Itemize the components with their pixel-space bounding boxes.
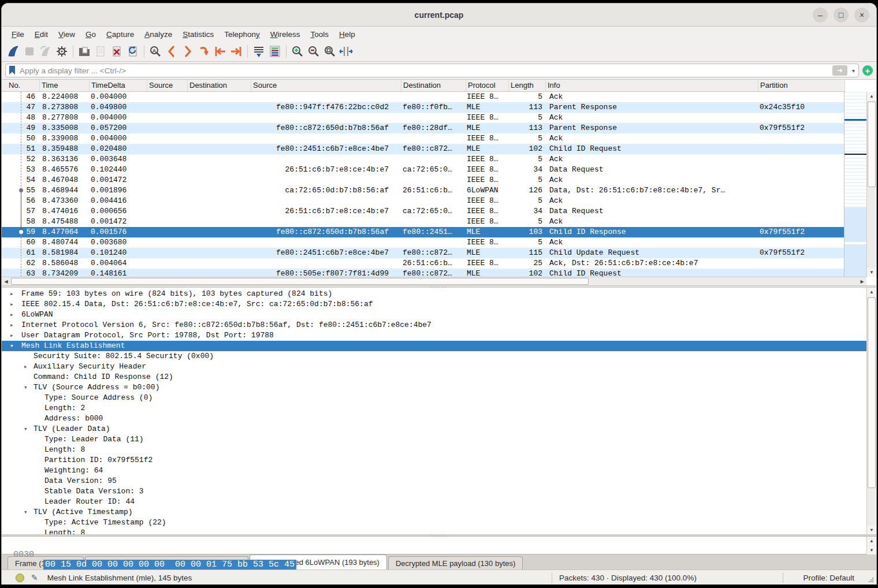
zoom-original-button[interactable] xyxy=(322,43,338,59)
tree-row[interactable]: ▸Auxiliary Security Header xyxy=(2,362,866,372)
details-vscrollbar[interactable]: ▲ ▼ xyxy=(866,288,876,534)
details-vscroll-thumb[interactable] xyxy=(868,297,876,488)
expanded-arrow-icon[interactable]: ▾ xyxy=(24,424,28,434)
column-header-time-1[interactable]: Time xyxy=(40,80,90,91)
column-header-destination-4[interactable]: Destination xyxy=(188,80,251,91)
packet-row-58[interactable]: 588.4754880.001472IEEE 8…5Ack xyxy=(2,217,845,227)
menu-item-edit[interactable]: Edit xyxy=(29,28,53,40)
packet-row-48[interactable]: 488.2778080.004000IEEE 8…5Ack xyxy=(2,113,845,123)
collapsed-arrow-icon[interactable]: ▸ xyxy=(10,310,14,320)
packet-row-59[interactable]: 598.4770640.001576fe80::c872:650d:b7b8:5… xyxy=(2,227,845,237)
packet-row-51[interactable]: 518.3594880.020480fe80::2451:c6b7:e8ce:4… xyxy=(2,144,845,154)
menu-item-go[interactable]: Go xyxy=(80,28,101,40)
file-reload-button[interactable] xyxy=(125,43,141,59)
scroll-up-icon[interactable]: ▲ xyxy=(867,288,876,296)
auto-scroll-button[interactable] xyxy=(251,43,267,59)
menu-item-file[interactable]: File xyxy=(6,28,29,40)
filter-history-caret-icon[interactable]: ▾ xyxy=(851,68,856,74)
menu-item-help[interactable]: Help xyxy=(334,28,360,40)
tree-row[interactable]: ▸User Datagram Protocol, Src Port: 19788… xyxy=(2,330,866,341)
tree-row[interactable]: Command: Child ID Response (12) xyxy=(2,372,866,382)
status-profile[interactable]: Profile: Default xyxy=(803,574,854,582)
maximize-button[interactable]: □ xyxy=(834,8,849,23)
collapsed-arrow-icon[interactable]: ▸ xyxy=(10,320,14,330)
filter-add-button[interactable]: + xyxy=(862,65,873,76)
scroll-up-icon[interactable]: ▲ xyxy=(867,92,876,101)
zoom-in-button[interactable] xyxy=(289,43,306,59)
packet-row-54[interactable]: 548.4670480.001472IEEE 8…5Ack xyxy=(2,175,845,185)
expanded-arrow-icon[interactable]: ▾ xyxy=(10,341,14,351)
tree-row[interactable]: ▸IEEE 802.15.4 Data, Dst: 26:51:c6:b7:e8… xyxy=(2,299,866,310)
tree-row[interactable]: Security Suite: 802.15.4 Security (0x00) xyxy=(2,351,866,362)
scroll-up-icon[interactable]: ▲ xyxy=(867,537,876,545)
bytes-vscrollbar[interactable]: ▲ ▼ xyxy=(866,537,876,554)
filter-apply-button[interactable]: ➜ xyxy=(832,65,847,76)
titlebar[interactable]: current.pcap – □ × xyxy=(2,3,876,27)
menu-item-view[interactable]: View xyxy=(53,28,80,40)
packet-list-hscroll-thumb[interactable] xyxy=(11,278,589,285)
tree-row[interactable]: Partition ID: 0x79f551f2 xyxy=(2,455,866,466)
packet-row-47[interactable]: 478.2738080.049800fe80::947f:f476:22bc:c… xyxy=(2,102,845,113)
tree-row[interactable]: ▾TLV (Leader Data) xyxy=(2,424,866,434)
colorize-button[interactable] xyxy=(267,43,283,59)
column-header-protocol-7[interactable]: Protocol xyxy=(466,80,509,91)
go-forward-button[interactable] xyxy=(180,43,196,59)
scroll-left-icon[interactable]: ◀ xyxy=(2,277,10,285)
tree-row[interactable]: ▾TLV (Active Timestamp) xyxy=(2,507,866,518)
menu-item-telephony[interactable]: Telephony xyxy=(219,28,265,40)
packet-list-vscroll-thumb[interactable] xyxy=(868,102,876,187)
scroll-down-icon[interactable]: ▼ xyxy=(867,546,876,554)
capture-restart-button[interactable] xyxy=(38,43,54,59)
column-header-no-0[interactable]: No. xyxy=(2,80,40,91)
packet-row-63[interactable]: 638.7342090.148161fe80::505e:f807:7f81:4… xyxy=(2,269,845,277)
packet-row-46[interactable]: 468.2240080.004000IEEE 8…5Ack xyxy=(2,92,845,102)
menu-item-statistics[interactable]: Statistics xyxy=(177,28,219,40)
tree-row[interactable]: Length: 8 xyxy=(2,445,866,455)
capture-stop-button[interactable] xyxy=(21,43,38,59)
scroll-down-icon[interactable]: ▼ xyxy=(867,268,876,277)
capture-options-button[interactable] xyxy=(54,43,70,59)
column-header-info-9[interactable]: Info xyxy=(546,80,758,91)
column-header-source-3[interactable]: Source xyxy=(147,80,188,91)
zoom-out-button[interactable] xyxy=(306,43,322,59)
display-filter-input[interactable] xyxy=(20,66,829,75)
resize-grip[interactable] xyxy=(868,577,874,583)
file-close-button[interactable] xyxy=(109,43,125,59)
packet-row-57[interactable]: 578.4740160.00065626:51:c6:b7:e8:ce:4b:e… xyxy=(2,206,845,217)
display-filter-box[interactable]: ➜ ▾ xyxy=(5,64,859,77)
packet-row-60[interactable]: 608.4807440.003680IEEE 8…5Ack xyxy=(2,237,845,248)
collapsed-arrow-icon[interactable]: ▸ xyxy=(24,362,28,372)
column-header-length-8[interactable]: Length xyxy=(509,80,546,91)
column-header-timedelta-2[interactable]: TimeDelta xyxy=(90,80,147,91)
expanded-arrow-icon[interactable]: ▾ xyxy=(24,382,28,393)
column-header-destination-6[interactable]: Destination xyxy=(401,80,466,91)
bookmark-icon[interactable] xyxy=(8,65,16,76)
tree-row[interactable]: Data Version: 95 xyxy=(2,476,866,486)
tree-row[interactable]: ▾TLV (Source Address = b0:00) xyxy=(2,382,866,393)
file-open-button[interactable] xyxy=(76,43,92,59)
find-packet-button[interactable]: A xyxy=(147,43,163,59)
packet-row-61[interactable]: 618.5819840.101240fe80::2451:c6b7:e8ce:4… xyxy=(2,248,845,258)
go-back-button[interactable] xyxy=(163,43,180,59)
menu-item-analyze[interactable]: Analyze xyxy=(139,28,177,40)
packet-row-52[interactable]: 528.3631360.003648IEEE 8…5Ack xyxy=(2,154,845,165)
hex-bytes-selected[interactable]: 00 15 0d 00 00 00 00 00 00 00 01 75 bb 5… xyxy=(43,560,296,570)
packet-row-62[interactable]: 628.5860480.00406426:51:c6:b…IEEE 8…25Ac… xyxy=(2,258,845,269)
tree-row[interactable]: Weighting: 64 xyxy=(2,466,866,476)
tree-row[interactable]: Length: 2 xyxy=(2,403,866,414)
packet-row-53[interactable]: 538.4655760.10244026:51:c6:b7:e8:ce:4b:e… xyxy=(2,165,845,175)
expanded-arrow-icon[interactable]: ▾ xyxy=(24,507,28,518)
collapsed-arrow-icon[interactable]: ▸ xyxy=(10,330,14,341)
file-save-button[interactable] xyxy=(92,43,109,59)
packet-row-49[interactable]: 498.3350080.057200fe80::c872:650d:b7b8:5… xyxy=(2,123,845,133)
tree-row[interactable]: Type: Leader Data (11) xyxy=(2,434,866,445)
minimize-button[interactable]: – xyxy=(813,8,828,23)
collapsed-arrow-icon[interactable]: ▸ xyxy=(10,289,14,299)
column-header-partition-10[interactable]: Partition xyxy=(758,80,845,91)
tree-row[interactable]: Type: Source Address (0) xyxy=(2,393,866,403)
menu-item-wireless[interactable]: Wireless xyxy=(265,28,306,40)
go-to-packet-button[interactable] xyxy=(196,43,212,59)
collapsed-arrow-icon[interactable]: ▸ xyxy=(10,299,14,310)
packet-minimap[interactable] xyxy=(844,92,866,277)
resize-columns-button[interactable] xyxy=(338,43,354,59)
